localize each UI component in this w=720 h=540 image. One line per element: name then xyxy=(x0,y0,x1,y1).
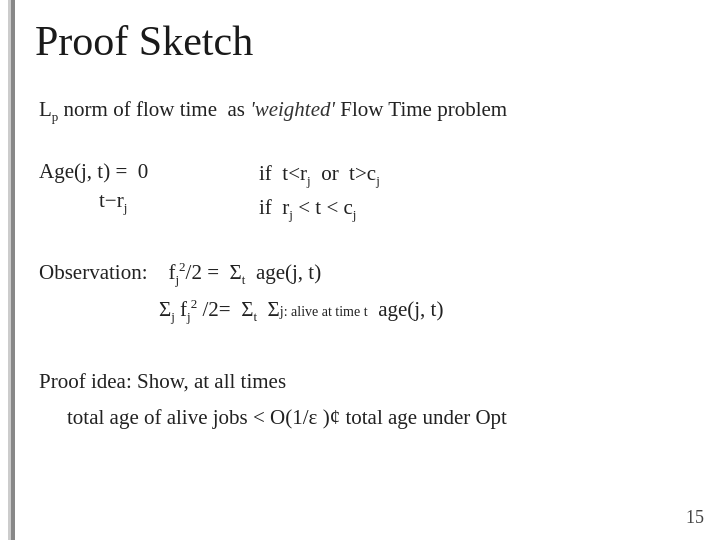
slide-container: Proof Sketch Lp norm of flow time as 'we… xyxy=(8,0,720,540)
age-condition-2: if rj < t < cj xyxy=(259,195,380,223)
quoted-word: 'weighted' xyxy=(250,97,335,121)
rj-sub2: j xyxy=(307,173,311,188)
obs-label: Observation: xyxy=(39,260,147,284)
cj-sub2: j xyxy=(353,207,357,222)
fj-sub2: j xyxy=(187,309,191,324)
rj-sub: j xyxy=(124,200,128,215)
sigma-j: j xyxy=(171,309,175,324)
page-number: 15 xyxy=(686,507,704,528)
fj-sub1: j xyxy=(175,273,179,288)
sigma-t1: t xyxy=(242,273,246,288)
age-label-zero: Age(j, t) = 0 xyxy=(39,159,259,184)
obs-line2: Σj fj2 /2= Σt Σj: alive at time t age(j,… xyxy=(39,292,696,328)
obs-line1: fj2/2 = Σt age(j, t) xyxy=(153,260,321,284)
norm-line: Lp norm of flow time as 'weighted' Flow … xyxy=(39,94,696,127)
fj-sup1: 2 xyxy=(179,259,186,274)
slide-title: Proof Sketch xyxy=(35,16,696,66)
proof-idea-section: Proof idea: Show, at all times total age… xyxy=(39,364,696,435)
cj-sub1: j xyxy=(376,173,380,188)
age-left-col: Age(j, t) = 0 t−rj xyxy=(39,159,259,216)
age-condition-1: if t<rj or t>cj xyxy=(259,161,380,189)
norm-subscript: p xyxy=(52,110,59,125)
observation-section: Observation: fj2/2 = Σt age(j, t) Σj fj2… xyxy=(39,255,696,328)
left-border-accent xyxy=(11,0,15,540)
sigma-j-alive: j: alive at time t xyxy=(280,304,368,319)
age-definition: Age(j, t) = 0 t−rj if t<rj or t>cj if rj… xyxy=(39,159,696,223)
sigma-t2: t xyxy=(253,309,257,324)
proof-idea-line2: total age of alive jobs < O(1/ε )¢ total… xyxy=(39,400,696,436)
age-label-trj: t−rj xyxy=(39,188,259,216)
proof-idea-line1: Proof idea: Show, at all times xyxy=(39,364,696,400)
age-right-col: if t<rj or t>cj if rj < t < cj xyxy=(259,159,380,223)
content-area: Lp norm of flow time as 'weighted' Flow … xyxy=(35,94,696,435)
rj-sub3: j xyxy=(289,207,293,222)
norm-text: Lp norm of flow time as 'weighted' Flow … xyxy=(39,97,507,121)
fj-sup2: 2 xyxy=(191,296,198,311)
